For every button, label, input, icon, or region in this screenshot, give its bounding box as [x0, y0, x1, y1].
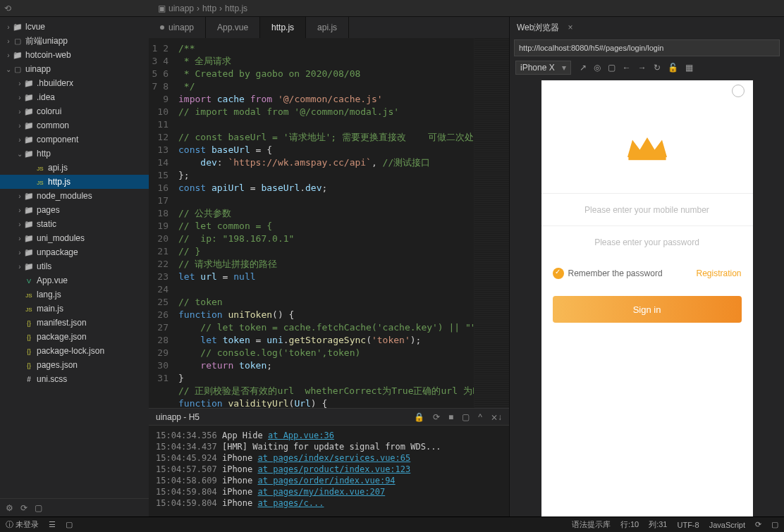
source-link[interactable]: at pages/index/services.vue:65: [258, 453, 411, 463]
target-icon[interactable]: ◎: [594, 63, 601, 73]
box-icon[interactable]: ▢: [771, 520, 778, 529]
url-bar[interactable]: http://localhost:8080/h5#/pages/login/lo…: [514, 39, 780, 56]
sync-icon[interactable]: ⟳: [20, 503, 27, 513]
status-bar: ⓘ 未登录 ☰ ▢ 语法提示库 行:10 列:31 UTF-8 JavaScri…: [0, 516, 784, 532]
terminal-title: uinapp - H5: [156, 412, 200, 422]
file-tree-item[interactable]: ›node_modules: [0, 189, 149, 203]
forward-icon[interactable]: →: [638, 63, 647, 73]
file-tree-item[interactable]: ›common: [0, 118, 149, 132]
file-tree-item[interactable]: http.js: [0, 175, 149, 189]
file-tree-item[interactable]: ›.hbuilderx: [0, 76, 149, 90]
console-line: 15:04:57.507 iPhone at pages/product/ind…: [156, 464, 502, 475]
source-link[interactable]: at pages/order/index.vue:94: [258, 476, 396, 485]
console-line: 15:04:59.804 iPhone at pages/c...: [156, 497, 502, 509]
file-tree-item[interactable]: package.json: [0, 330, 149, 344]
file-tree-item[interactable]: api.js: [0, 161, 149, 175]
minimap[interactable]: [474, 38, 509, 408]
title-bar: ⟲ ▣ uinapp › http › http.js: [0, 0, 784, 17]
console-line: 15:04:45.924 iPhone at pages/index/servi…: [156, 452, 502, 464]
file-tree-item[interactable]: ›component: [0, 132, 149, 147]
file-tree-item[interactable]: pages.json: [0, 358, 149, 372]
check-icon: [553, 268, 564, 279]
col-indicator[interactable]: 列:31: [649, 519, 667, 530]
login-status[interactable]: ⓘ 未登录: [6, 519, 39, 530]
editor-tab[interactable]: api.js: [306, 17, 349, 38]
open-external-icon[interactable]: ↗: [580, 63, 587, 73]
encoding[interactable]: UTF-8: [677, 521, 699, 529]
sync-icon[interactable]: ⟳: [755, 520, 761, 529]
stop-icon[interactable]: ■: [448, 412, 453, 422]
terminal-header: uinapp - H5 🔒 ⟳ ■ ▢ ^ ⨯↓: [149, 408, 509, 425]
file-tree-item[interactable]: ›.idea: [0, 90, 149, 104]
lock-icon[interactable]: 🔓: [668, 63, 678, 73]
file-tree-item[interactable]: ›colorui: [0, 104, 149, 118]
editor-tab[interactable]: http.js: [260, 17, 306, 38]
file-tree-item[interactable]: ›hotcoin-web: [0, 48, 149, 62]
syntax-hint[interactable]: 语法提示库: [572, 519, 611, 530]
collapse-icon[interactable]: ⨯↓: [491, 412, 502, 422]
browser-tab[interactable]: Web浏览器 ×: [510, 17, 784, 38]
reload-icon[interactable]: ↻: [654, 63, 661, 73]
source-link[interactable]: at pages/c...: [258, 498, 324, 508]
file-tree-item[interactable]: ⌄uinapp: [0, 62, 149, 76]
line-indicator[interactable]: 行:10: [620, 519, 639, 530]
file-tree-item[interactable]: ›lcvue: [0, 20, 149, 34]
editor-tab[interactable]: App.vue: [206, 17, 260, 38]
file-tree-item[interactable]: ›utils: [0, 259, 149, 273]
split-icon[interactable]: ▢: [462, 412, 470, 422]
expand-icon[interactable]: ^: [478, 412, 482, 422]
device-toolbar: iPhone X ↗ ◎ ▢ ← → ↻ 🔓 ▦: [510, 58, 784, 78]
file-tree-item[interactable]: App.vue: [0, 273, 149, 287]
refresh-icon[interactable]: ⟳: [433, 412, 440, 422]
console-line: 15:04:34.356 App Hide at App.vue:36: [156, 430, 502, 441]
source-link[interactable]: at App.vue:36: [268, 431, 334, 440]
device-select[interactable]: iPhone X: [515, 61, 571, 75]
file-tree-item[interactable]: lang.js: [0, 287, 149, 302]
console-line: 15:04:34.437 [HMR] Waiting for update si…: [156, 441, 502, 452]
clip-icon[interactable]: ▢: [66, 520, 73, 529]
file-tree-item[interactable]: ›pages: [0, 203, 149, 217]
console-line: 15:04:58.609 iPhone at pages/order/index…: [156, 475, 502, 486]
source-link[interactable]: at pages/product/index.vue:123: [258, 464, 411, 474]
console-line: 15:04:59.804 iPhone at pages/my/index.vu…: [156, 486, 502, 497]
file-tree-item[interactable]: ›uni_modules: [0, 231, 149, 245]
file-tree-item[interactable]: uni.scss: [0, 372, 149, 386]
window-icon[interactable]: ▢: [608, 63, 615, 73]
editor-tabs: uinappApp.vuehttp.jsapi.js: [149, 17, 509, 38]
file-tree-item[interactable]: ⌄http: [0, 147, 149, 161]
phone-preview: Please enter your mobile number Please e…: [541, 80, 753, 516]
registration-link[interactable]: Registration: [696, 268, 741, 278]
box-icon[interactable]: ▢: [35, 503, 42, 513]
globe-icon[interactable]: [732, 85, 745, 97]
svg-rect-0: [628, 157, 666, 160]
file-tree-item[interactable]: ›前端uniapp: [0, 34, 149, 48]
grid-icon[interactable]: ▦: [685, 63, 693, 73]
back-icon[interactable]: ←: [623, 63, 631, 73]
file-tree-item[interactable]: main.js: [0, 302, 149, 316]
crumb-root: uinapp: [169, 4, 194, 13]
lock-icon[interactable]: 🔒: [414, 412, 424, 422]
code-editor[interactable]: 1 2 3 4 5 6 7 8 9 10 11 12 13 14 15 16 1…: [149, 38, 474, 408]
editor-tab[interactable]: uinapp: [149, 17, 206, 38]
remember-checkbox[interactable]: Remember the password: [553, 268, 663, 279]
password-input[interactable]: Please enter your password: [541, 225, 753, 258]
language-mode[interactable]: JavaScript: [709, 521, 745, 529]
sign-in-button[interactable]: Sign in: [553, 296, 742, 323]
sidebar-footer: ⚙ ⟳ ▢: [0, 498, 149, 516]
file-tree-item[interactable]: manifest.json: [0, 316, 149, 330]
mobile-input[interactable]: Please enter your mobile number: [541, 193, 753, 225]
source-link[interactable]: at pages/my/index.vue:207: [258, 487, 386, 497]
file-tree-item[interactable]: ›unpackage: [0, 245, 149, 259]
crown-logo: [623, 130, 672, 165]
file-tree-item[interactable]: package-lock.json: [0, 344, 149, 358]
gear-icon[interactable]: ⚙: [6, 503, 13, 513]
file-explorer: ›lcvue›前端uniapp›hotcoin-web⌄uinapp›.hbui…: [0, 17, 149, 516]
close-icon[interactable]: ×: [568, 23, 572, 32]
terminal[interactable]: 15:04:34.356 App Hide at App.vue:3615:04…: [149, 425, 509, 516]
file-tree-item[interactable]: ›static: [0, 217, 149, 231]
indent-icon[interactable]: ☰: [49, 520, 56, 529]
